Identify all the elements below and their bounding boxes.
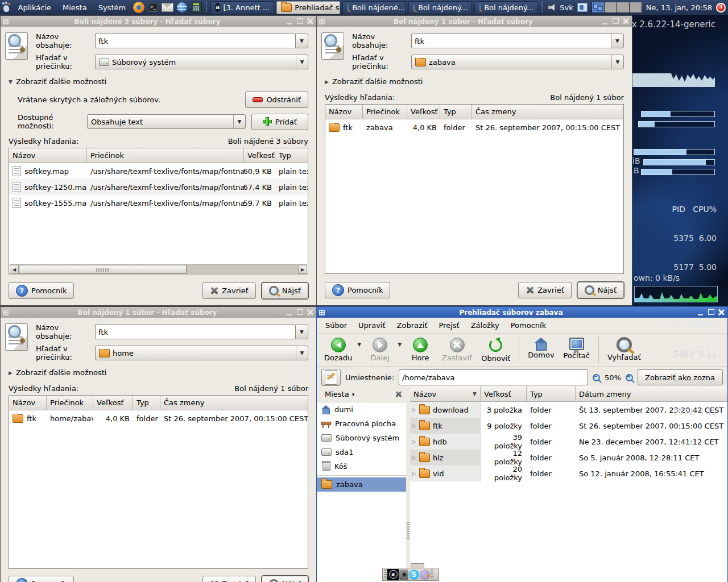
workspace-2[interactable] — [605, 2, 617, 13]
column-header-type[interactable]: Typ — [133, 396, 160, 410]
column-header-folder[interactable]: Priečinok — [47, 396, 93, 410]
home-button[interactable]: Domov — [524, 336, 558, 361]
close-button[interactable] — [307, 309, 314, 315]
terminal-launcher-icon[interactable]: >_ — [147, 1, 159, 14]
column-header-name[interactable]: Názov — [325, 105, 363, 119]
chevron-down-icon[interactable]: ▼ — [612, 59, 623, 65]
table-row[interactable]: ftk home/zabava 4,0 KB folder St 26. sep… — [9, 410, 308, 426]
taskbar-item-amarok[interactable]: a[3. Annett ... — [210, 1, 274, 14]
back-button[interactable]: Dozadu — [320, 336, 356, 364]
place-item-trash[interactable]: Kôš — [317, 459, 406, 473]
workspace-1[interactable] — [592, 2, 605, 13]
find-button[interactable]: Nájsť — [262, 576, 308, 582]
find-button[interactable]: Nájsť — [262, 282, 308, 299]
speaker-tray-icon[interactable] — [399, 569, 408, 580]
column-header-name[interactable]: Názov — [9, 148, 87, 163]
folder-combo[interactable]: Súborový systém ▼ — [95, 55, 308, 69]
minimize-button[interactable] — [286, 309, 293, 315]
close-button[interactable] — [622, 18, 630, 24]
window-menu-icon[interactable] — [3, 19, 9, 24]
expander-icon[interactable]: ▷ — [412, 455, 416, 460]
clock[interactable]: Ne, 13. jan, 20:58 — [646, 3, 712, 12]
places-selector[interactable]: Miesta▾ — [320, 388, 359, 401]
menu-view[interactable]: Zobraziť — [392, 319, 433, 331]
dock-handle[interactable] — [384, 569, 387, 579]
back-dropdown-icon[interactable]: ▼ — [357, 342, 361, 347]
more-options-expander[interactable]: ▼ Zobraziť ďalšie možnosti — [9, 77, 316, 86]
browser-launcher-icon[interactable] — [176, 1, 188, 14]
volume-icon[interactable] — [548, 4, 556, 11]
forward-dropdown-icon[interactable]: ▼ — [398, 342, 402, 347]
available-options-combo[interactable]: Obsahuje text ▼ — [87, 114, 246, 129]
maximize-button[interactable] — [612, 18, 619, 24]
chevron-down-icon[interactable]: ▼ — [296, 350, 308, 356]
messenger-tray-icon[interactable] — [577, 3, 588, 12]
chevron-down-icon[interactable]: ▼ — [295, 34, 308, 48]
menu-system[interactable]: Systém — [94, 2, 130, 13]
workspace-3[interactable] — [617, 2, 630, 13]
table-row[interactable]: ftk zabava 4,0 KB folder St 26. septembe… — [325, 119, 623, 135]
chevron-down-icon[interactable]: ▼ — [296, 59, 308, 65]
menu-file[interactable]: Súbor — [320, 319, 352, 331]
taskbar-item-search-2[interactable]: Bol nájdený... — [408, 1, 472, 14]
menu-edit[interactable]: Upraviť — [353, 319, 390, 331]
reload-button[interactable]: Obnoviť — [477, 336, 514, 364]
folder-combo[interactable]: zabava ▼ — [411, 55, 624, 69]
help-button[interactable]: ?Pomocník — [9, 576, 74, 582]
column-header-size[interactable]: Veľkosť — [93, 396, 133, 410]
taskbar-item-file-browser[interactable]: Prehliadač s... — [276, 1, 340, 14]
folder-combo[interactable]: home ▼ — [95, 346, 308, 360]
power-button[interactable] — [716, 3, 726, 13]
dock-handle[interactable] — [431, 569, 433, 579]
table-row[interactable]: softkey.map /usr/share/texmf-texlive/fon… — [9, 163, 308, 179]
titlebar[interactable]: Boli nájdené 3 súbory - Hľadať súbory — [1, 16, 316, 27]
menu-go[interactable]: Prejsť — [434, 319, 465, 331]
horizontal-scrollbar[interactable]: ◀ ▶ — [10, 264, 307, 274]
add-option-button[interactable]: Pridať — [251, 114, 308, 130]
up-button[interactable]: Hore — [404, 336, 437, 364]
window-menu-icon[interactable] — [319, 19, 325, 24]
place-item-desktop[interactable]: Pracovná plocha — [317, 417, 406, 431]
zoom-out-icon[interactable] — [593, 374, 600, 381]
amarok-tray-icon[interactable]: a — [387, 569, 399, 580]
table-row[interactable]: softkey-1250.map /usr/share/texmf-texliv… — [9, 179, 308, 195]
remove-option-button[interactable]: Odstrániť — [245, 92, 308, 108]
zoom-level[interactable]: 50% — [605, 373, 621, 382]
help-button[interactable]: ?Pomocník — [325, 282, 390, 298]
column-header-size[interactable]: Veľkosť — [244, 148, 275, 163]
window-menu-icon[interactable] — [319, 310, 325, 315]
forward-button[interactable]: Ďalej — [363, 336, 396, 364]
chevron-down-icon[interactable]: ▼ — [234, 119, 245, 124]
workspace-4[interactable] — [630, 2, 642, 13]
location-toggle-button[interactable] — [321, 369, 341, 386]
more-options-expander[interactable]: ▶ Zobraziť ďalšie možnosti — [9, 368, 316, 377]
menu-places[interactable]: Miesta — [58, 2, 92, 13]
expander-icon[interactable]: ▷ — [412, 407, 416, 413]
name-contains-input[interactable] — [95, 325, 295, 339]
mail-launcher-icon[interactable] — [162, 1, 173, 14]
table-row[interactable]: softkey-1555.map /usr/share/texmf-texliv… — [9, 195, 308, 211]
column-header-mtime[interactable]: Čas zmeny — [160, 396, 308, 410]
close-button[interactable]: Zavrieť — [518, 282, 572, 298]
column-header-size[interactable]: Veľkosť — [407, 105, 440, 119]
gnome-menu-icon[interactable] — [2, 2, 11, 13]
close-sidebar-icon[interactable] — [395, 390, 402, 398]
column-header-size[interactable]: Veľkosť — [481, 386, 527, 401]
expander-icon[interactable]: ▷ — [412, 471, 416, 476]
column-header-type[interactable]: Typ — [275, 148, 308, 163]
titlebar[interactable]: Bol nájdený 1 súbor - Hľadať súbory — [1, 307, 316, 318]
place-item-home[interactable]: dumi — [317, 402, 406, 417]
scroll-right-arrow[interactable]: ▶ — [298, 265, 307, 274]
place-item-filesystem[interactable]: Súborový systém — [317, 431, 406, 445]
skype-icon[interactable]: S — [409, 569, 419, 580]
firefox-launcher-icon[interactable] — [133, 1, 144, 14]
column-header-type[interactable]: Typ — [527, 386, 576, 401]
minimize-button[interactable] — [602, 18, 609, 24]
menu-bookmarks[interactable]: Záložky — [466, 319, 504, 331]
stop-button[interactable]: Zastaviť — [438, 336, 476, 364]
taskbar-item-search-3[interactable]: Bol nájdený... — [474, 1, 538, 14]
more-options-expander[interactable]: ▶ Zobraziť ďalšie možnosti — [325, 77, 632, 86]
place-item-zabava[interactable]: zabava — [317, 477, 406, 492]
column-header-folder[interactable]: Priečinok — [363, 105, 407, 119]
menu-applications[interactable]: Aplikácie — [14, 2, 56, 13]
